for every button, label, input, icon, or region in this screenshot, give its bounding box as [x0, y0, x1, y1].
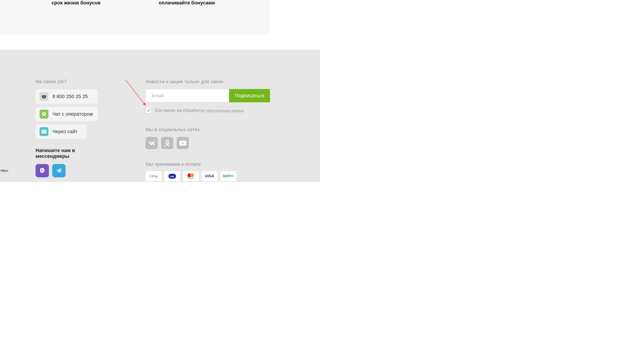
ok-button[interactable]: [161, 137, 173, 149]
contact-column: На связи 24/7 8 800 250 25 25 Чат с опер…: [36, 79, 107, 177]
samsung-pay-badge: pay: [164, 171, 180, 181]
cropped-nav-item[interactable]: тивы: [0, 165, 8, 176]
messengers-title: Напишите нам в мессенджеры: [36, 148, 107, 159]
newsletter-title: Новости и акции только для своих: [146, 79, 270, 84]
mastercard-badge: mastercard: [183, 171, 199, 181]
bonus-info-card: с срок жизни бонусов оплачивайте бонусам…: [0, 0, 270, 34]
footer: тивы յ На связи 24/7 8 800 250 25 25 Чат…: [0, 50, 320, 182]
chat-operator-button[interactable]: Чат с оператором: [36, 107, 98, 121]
google-g-icon: G: [149, 174, 152, 178]
phone-number: 8 800 250 25 25: [53, 94, 88, 100]
pay-with-bonus-text: оплачивайте бонусами: [159, 0, 215, 6]
phone-icon: [40, 92, 49, 101]
mir-text: МИР: [223, 174, 234, 178]
mastercard-icon: [187, 173, 194, 177]
vk-button[interactable]: [146, 137, 158, 149]
email-input[interactable]: [146, 89, 229, 102]
personal-data-link[interactable]: персональных данных: [206, 109, 244, 113]
visa-badge: VISA: [201, 171, 218, 181]
social-row: [146, 137, 270, 149]
payments-title: Мы принимаем к оплате: [146, 161, 270, 167]
cropped-left-nav: тивы յ: [0, 165, 8, 182]
svg-point-3: [166, 140, 168, 142]
mastercard-text: mastercard: [187, 178, 194, 179]
social-title: Мы в социальных сетях: [146, 127, 270, 132]
visa-text: VISA: [205, 174, 214, 178]
via-site-button[interactable]: Через сайт: [36, 124, 87, 139]
contact-title: На связи 24/7: [36, 79, 107, 84]
bonus-lifetime-text: срок жизни бонусов: [52, 0, 100, 6]
youtube-button[interactable]: [177, 137, 189, 149]
consent-checkbox[interactable]: [146, 107, 152, 114]
chat-operator-label: Чат с оператором: [53, 111, 93, 117]
payments-row: GPay pay mastercard VISA МИР: [146, 171, 270, 181]
samsung-pay-text: pay: [168, 174, 176, 179]
gpay-badge: GPay: [146, 171, 161, 181]
consent-row: Согласен на обработку персональных данны…: [146, 107, 270, 114]
via-site-label: Через сайт: [53, 129, 78, 134]
telegram-button[interactable]: [52, 164, 66, 177]
phone-button[interactable]: 8 800 250 25 25: [36, 90, 98, 104]
consent-text: Согласен на обработку: [155, 108, 206, 113]
subscribe-form: Подписаться: [146, 89, 270, 102]
consent-text-wrap: Согласен на обработку персональных данны…: [155, 108, 244, 113]
svg-line-5: [126, 80, 146, 106]
newsletter-column: Новости и акции только для своих Подписа…: [146, 79, 270, 181]
chat-icon: [40, 110, 49, 118]
svg-point-1: [44, 97, 45, 98]
mail-icon: [40, 127, 49, 136]
mir-badge: МИР: [220, 171, 236, 181]
viber-button[interactable]: [36, 164, 49, 177]
gpay-text: Pay: [152, 174, 158, 178]
subscribe-button[interactable]: Подписаться: [229, 89, 270, 102]
cropped-nav-item[interactable]: յ: [0, 176, 8, 182]
messengers-row: [36, 164, 107, 177]
